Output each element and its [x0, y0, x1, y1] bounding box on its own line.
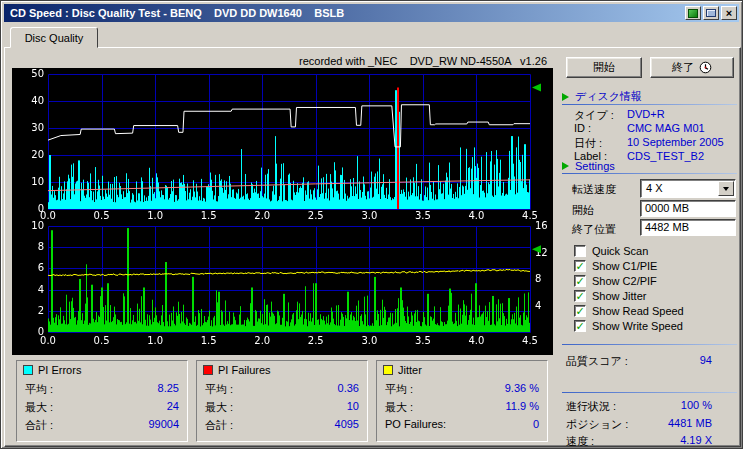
close-icon: ×: [726, 8, 732, 18]
pi-errors-total-row: 合計 :99004: [25, 418, 179, 431]
speed-select-value: 4 X: [646, 182, 663, 194]
pi-failures-max-row: 最大 :10: [205, 400, 359, 413]
blue-window-icon: [706, 9, 716, 17]
transfer-speed-label: 転送速度: [572, 182, 616, 195]
disc-id-row: ID :CMC MAG M01: [574, 122, 738, 135]
score-rule: [562, 344, 737, 345]
disc-info-rule: [562, 104, 737, 105]
speed-value: 4.19 X: [680, 434, 712, 446]
disc-type-row: タイプ :DVD+R: [574, 108, 738, 121]
speed-select[interactable]: 4 X: [640, 179, 736, 198]
pi-errors-max-row: 最大 :24: [25, 400, 179, 413]
show-jitter-checkbox[interactable]: ✓: [574, 290, 586, 302]
show-write-speed-row[interactable]: ✓Show Write Speed: [574, 319, 683, 332]
show-c1-pie-row[interactable]: ✓Show C1/PIE: [574, 259, 657, 272]
jitter-max-row: 最大 :11.9 %: [385, 400, 539, 413]
show-c1-pie-checkbox[interactable]: ✓: [574, 260, 586, 272]
quality-score-label: 品質スコア :: [566, 354, 628, 369]
show-read-speed-row[interactable]: ✓Show Read Speed: [574, 304, 684, 317]
pi-failures-swatch: [203, 365, 213, 375]
show-c2-pif-row[interactable]: ✓Show C2/PIF: [574, 274, 657, 287]
tab-disc-quality[interactable]: Disc Quality: [10, 27, 98, 48]
settings-header: Settings: [562, 159, 615, 172]
start-position-label: 開始: [572, 203, 594, 216]
recorded-with-label: recorded with _NEC DVD_RW ND-4550A v1.26: [12, 55, 553, 67]
end-position-field[interactable]: 4482 MB: [640, 219, 736, 236]
jitter-title: Jitter: [398, 364, 422, 376]
pi-failures-panel: PI Failures 平均 :0.36 最大 :10 合計 :4095: [196, 360, 368, 442]
title-bar[interactable]: CD Speed : Disc Quality Test - BENQ DVD …: [4, 4, 739, 22]
close-button[interactable]: ×: [721, 6, 737, 20]
status-rule: [562, 392, 737, 393]
start-position-field[interactable]: 0000 MB: [640, 200, 736, 217]
jitter-average-row: 平均 :9.36 %: [385, 382, 539, 395]
settings-rule: [562, 173, 737, 174]
pi-failures-title: PI Failures: [218, 364, 271, 376]
start-button[interactable]: 開始: [566, 57, 642, 78]
disc-date-row: 日付 :10 September 2005: [574, 136, 738, 149]
progress-value: 100 %: [681, 399, 712, 411]
position-row: ポジション :4481 MB: [566, 417, 712, 430]
section-arrow-icon: [562, 93, 569, 101]
end-position-label: 終了位置: [572, 222, 616, 235]
green-chart-icon: [688, 9, 698, 18]
jitter-swatch: [383, 365, 393, 375]
titlebar-green-icon-button[interactable]: [685, 6, 701, 20]
cd-speed-window: CD Speed : Disc Quality Test - BENQ DVD …: [0, 0, 743, 449]
sidebar: 開始 終了 ディスク情報 タイプ :DVD+R ID :CMC MAG M01 …: [554, 48, 740, 448]
quick-scan-row[interactable]: Quick Scan: [574, 244, 648, 257]
show-write-speed-checkbox[interactable]: ✓: [574, 320, 586, 332]
pi-errors-panel: PI Errors 平均 :8.25 最大 :24 合計 :99004: [16, 360, 188, 442]
show-c2-pif-checkbox[interactable]: ✓: [574, 275, 586, 287]
pi-errors-title: PI Errors: [38, 364, 81, 376]
pi-errors-average-row: 平均 :8.25: [25, 382, 179, 395]
exit-button[interactable]: 終了: [650, 57, 734, 78]
clock-icon: [699, 61, 712, 74]
chevron-down-icon: [723, 187, 729, 191]
pi-errors-swatch: [23, 365, 33, 375]
po-failures-row: PO Failures:0: [385, 418, 539, 431]
position-value: 4481 MB: [668, 417, 712, 429]
chart-panel: [12, 68, 553, 355]
tab-strip: Disc Quality: [4, 27, 739, 48]
speed-select-arrow-button[interactable]: [718, 181, 734, 196]
pi-failures-average-row: 平均 :0.36: [205, 382, 359, 395]
progress-row: 進行状況 :100 %: [566, 399, 712, 412]
quality-chart-canvas: [12, 68, 553, 355]
speed-row: 速度 :4.19 X: [566, 434, 712, 447]
quality-score-value: 94: [700, 354, 712, 366]
titlebar-blue-icon-button[interactable]: [703, 6, 719, 20]
pi-failures-total-row: 合計 :4095: [205, 418, 359, 431]
disc-info-header: ディスク情報: [562, 90, 642, 103]
section-arrow-icon: [562, 162, 569, 170]
quality-score-row: 品質スコア : 94: [566, 354, 712, 367]
show-read-speed-checkbox[interactable]: ✓: [574, 305, 586, 317]
show-jitter-row[interactable]: ✓Show Jitter: [574, 289, 646, 302]
quick-scan-checkbox[interactable]: [574, 245, 586, 257]
disc-quality-page: recorded with _NEC DVD_RW ND-4550A v1.26…: [4, 47, 741, 447]
window-title: CD Speed : Disc Quality Test - BENQ DVD …: [10, 7, 683, 19]
jitter-panel: Jitter 平均 :9.36 % 最大 :11.9 % PO Failures…: [376, 360, 548, 442]
